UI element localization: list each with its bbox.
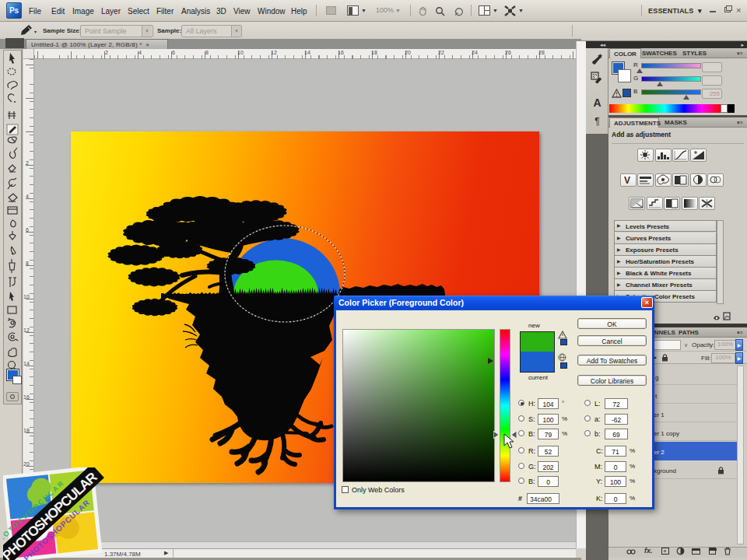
svg-text:V: V	[624, 175, 630, 186]
